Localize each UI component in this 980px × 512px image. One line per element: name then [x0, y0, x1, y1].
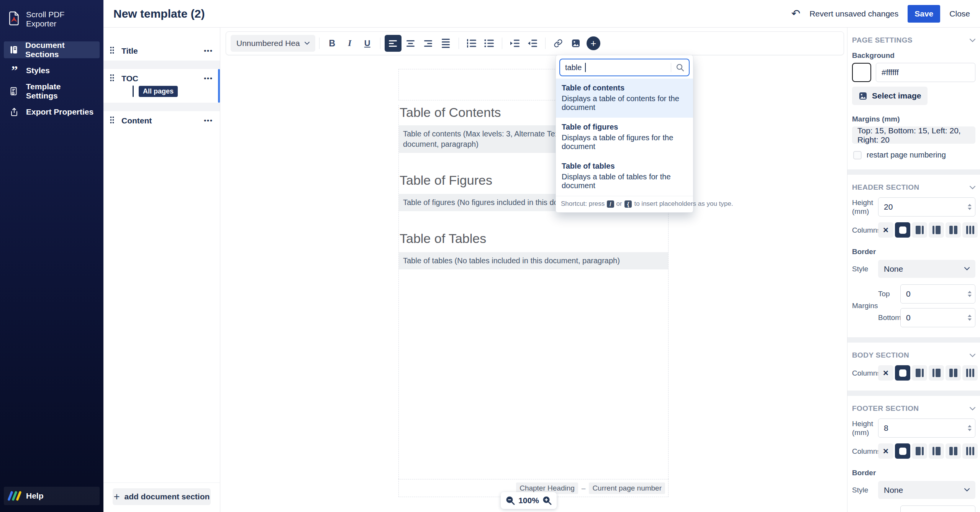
background-color-swatch[interactable] — [852, 63, 871, 82]
shortcut-hint: Shortcut: press / or { to insert placeho… — [556, 196, 693, 212]
body-columns-options: ✕ — [878, 365, 978, 381]
insert-placeholder-button[interactable]: + — [585, 35, 602, 52]
save-button[interactable]: Save — [908, 5, 940, 23]
footer-margin-top-field — [900, 505, 975, 512]
stepper-icon[interactable] — [968, 315, 972, 321]
header-columns-wide-narrow-button[interactable] — [912, 222, 927, 238]
footer-columns-1-button[interactable] — [895, 443, 910, 459]
footer-columns-wide-narrow-button[interactable] — [912, 443, 927, 459]
indent-icon — [510, 39, 520, 48]
search-icon[interactable] — [675, 63, 685, 74]
background-color-input[interactable] — [876, 63, 975, 82]
page-margins-value[interactable]: Top: 15, Bottom: 15, Left: 20, Right: 20 — [852, 126, 975, 144]
underline-button[interactable]: U — [359, 35, 376, 52]
section-gap — [103, 61, 220, 69]
outdent-button[interactable] — [524, 35, 541, 52]
header-columns-none-button[interactable]: ✕ — [878, 222, 893, 238]
section-title: FOOTER SECTION — [852, 404, 919, 413]
header-section-header[interactable]: HEADER SECTION — [852, 175, 975, 192]
sidebar-item-document-sections[interactable]: Document Sections — [4, 41, 100, 58]
tables-placeholder[interactable]: Table of tables (No tables included in t… — [399, 252, 668, 269]
link-button[interactable] — [550, 35, 567, 52]
bold-button[interactable]: B — [324, 35, 341, 52]
stepper-icon[interactable] — [968, 291, 972, 297]
bullet-list-icon — [484, 39, 494, 48]
body-columns-two-equal-button[interactable] — [946, 365, 961, 381]
help-button[interactable]: Help — [4, 487, 100, 505]
result-table-of-figures[interactable]: Table of figures Displays a table of fig… — [556, 118, 693, 157]
header-margin-bottom-input[interactable] — [900, 308, 975, 327]
body-columns-three-button[interactable] — [962, 365, 978, 381]
header-columns-three-button[interactable] — [962, 222, 978, 238]
drag-handle-icon[interactable] — [110, 74, 115, 83]
stepper-icon[interactable] — [968, 425, 972, 431]
sidebar-item-label: Template Settings — [26, 82, 94, 100]
section-item-menu-icon[interactable]: ••• — [204, 47, 213, 55]
sidebar-item-template-settings[interactable]: Template Settings — [4, 83, 100, 100]
footer-margin-top-input[interactable] — [900, 505, 975, 512]
section-item-menu-icon[interactable]: ••• — [204, 75, 213, 82]
zoom-in-button[interactable] — [542, 496, 552, 505]
close-button[interactable]: Close — [949, 9, 970, 18]
footer-columns-none-button[interactable]: ✕ — [878, 443, 893, 459]
all-pages-badge[interactable]: All pages — [139, 86, 178, 97]
revert-changes-button[interactable]: Revert unsaved changes — [810, 9, 898, 18]
section-item-title[interactable]: Title ••• — [103, 41, 220, 61]
zoom-out-button[interactable] — [505, 496, 515, 505]
indent-button[interactable] — [506, 35, 523, 52]
section-item-toc[interactable]: TOC ••• All pages — [103, 69, 220, 103]
placeholder-search-input[interactable] — [559, 59, 690, 76]
align-center-button[interactable] — [402, 35, 419, 52]
align-right-icon — [424, 40, 432, 47]
header-height-input[interactable] — [878, 197, 975, 217]
footer-section-header[interactable]: FOOTER SECTION — [852, 396, 975, 413]
align-right-button[interactable] — [420, 35, 437, 52]
footer-section-settings: FOOTER SECTION Height (mm) Columns ✕ — [847, 396, 980, 512]
restart-numbering-checkbox[interactable] — [853, 151, 862, 159]
body-columns-wide-narrow-button[interactable] — [912, 365, 927, 381]
columns-label: Columns — [852, 226, 878, 235]
body-columns-narrow-wide-button[interactable] — [929, 365, 944, 381]
stepper-icon[interactable] — [968, 204, 972, 210]
result-table-of-contents[interactable]: Table of contents Displays a table of co… — [556, 79, 693, 118]
body-columns-none-button[interactable]: ✕ — [878, 365, 893, 381]
section-item-content[interactable]: Content ••• — [103, 111, 220, 130]
footer-height-input[interactable] — [878, 418, 975, 438]
footer-columns-two-equal-button[interactable] — [946, 443, 961, 459]
header-columns-two-equal-button[interactable] — [946, 222, 961, 238]
chevron-down-icon — [970, 39, 975, 42]
body-columns-1-button[interactable] — [895, 365, 910, 381]
result-title: Table of figures — [562, 123, 687, 131]
app-nav: Document Sections ” Styles Template Sett… — [0, 41, 103, 120]
bullet-list-button[interactable] — [481, 35, 498, 52]
page-number-chip[interactable]: Current page number — [589, 482, 665, 494]
page-settings-header[interactable]: PAGE SETTINGS — [852, 28, 975, 44]
result-desc: Displays a table of tables for the docum… — [562, 172, 687, 190]
footer-columns-three-button[interactable] — [962, 443, 978, 459]
header-columns-narrow-wide-button[interactable] — [929, 222, 944, 238]
paragraph-style-dropdown[interactable]: Unnumbered Hea — [231, 35, 315, 52]
add-document-section-button[interactable]: + add document section — [113, 488, 211, 505]
header-margin-top-input[interactable] — [900, 284, 975, 304]
section-item-menu-icon[interactable]: ••• — [204, 117, 213, 125]
columns-label: Columns — [852, 447, 878, 456]
sidebar-item-styles[interactable]: ” Styles — [4, 62, 100, 79]
editor-toolbar: Unnumbered Hea B I U — [226, 31, 844, 55]
footer-columns-narrow-wide-button[interactable] — [929, 443, 944, 459]
footer-border-style-select[interactable]: None — [878, 481, 975, 499]
result-table-of-tables[interactable]: Table of tables Displays a table of tabl… — [556, 157, 693, 196]
align-justify-button[interactable] — [438, 35, 454, 52]
body-section-header[interactable]: BODY SECTION — [852, 343, 975, 359]
align-left-button[interactable] — [385, 35, 402, 52]
italic-button[interactable]: I — [341, 35, 358, 52]
select-image-button[interactable]: Select image — [852, 87, 928, 105]
drag-handle-icon[interactable] — [110, 46, 115, 56]
ordered-list-button[interactable] — [463, 35, 480, 52]
header-margin-top-field — [900, 284, 975, 304]
insert-image-button[interactable] — [567, 35, 584, 52]
header-border-style-select[interactable]: None — [878, 260, 975, 278]
drag-handle-icon[interactable] — [110, 116, 115, 125]
one-column-icon — [899, 369, 906, 377]
header-columns-1-button[interactable] — [895, 222, 910, 238]
sidebar-item-export-properties[interactable]: Export Properties — [4, 103, 100, 120]
